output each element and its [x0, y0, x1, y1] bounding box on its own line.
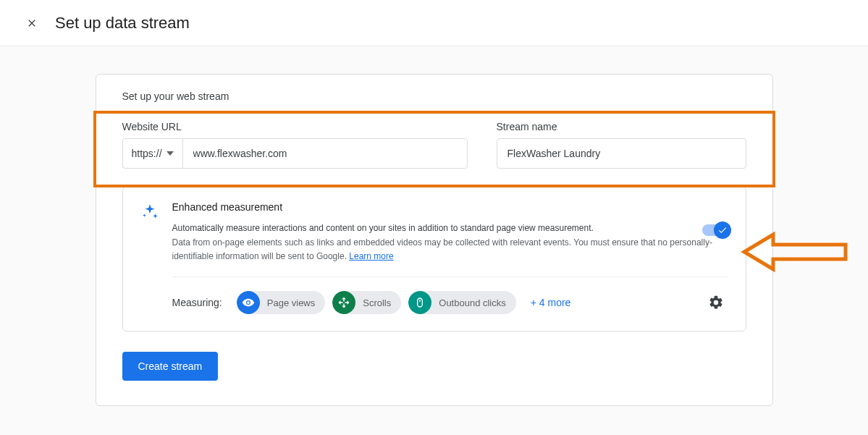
- pill-label: Outbound clicks: [431, 297, 516, 308]
- enhanced-measurement-card: Enhanced measurement Automatically measu…: [122, 186, 746, 331]
- pill-page-views: Page views: [237, 291, 325, 314]
- enhanced-body: Enhanced measurement Automatically measu…: [172, 201, 728, 315]
- scroll-icon: [332, 291, 355, 314]
- measuring-label: Measuring:: [172, 297, 222, 308]
- stream-name-input[interactable]: [497, 138, 746, 169]
- dialog-title: Set up data stream: [55, 14, 190, 33]
- card-subtitle: Set up your web stream: [96, 75, 772, 114]
- learn-more-link[interactable]: Learn more: [349, 251, 393, 261]
- stream-name-field: Stream name: [497, 121, 746, 169]
- url-input-group: https://: [122, 138, 468, 169]
- dialog-header: Set up data stream: [0, 0, 868, 46]
- divider: [172, 276, 728, 277]
- chevron-down-icon: [167, 151, 174, 156]
- enhanced-desc-text: Data from on-page elements such as links…: [172, 237, 712, 261]
- check-icon: [717, 225, 728, 235]
- gear-icon: [708, 295, 724, 311]
- url-input[interactable]: [182, 138, 468, 169]
- settings-button[interactable]: [704, 290, 728, 315]
- toggle-thumb: [714, 221, 731, 239]
- pill-outbound: Outbound clicks: [408, 291, 516, 314]
- protocol-value: https://: [132, 148, 162, 159]
- close-button[interactable]: [17, 9, 46, 38]
- pill-scrolls: Scrolls: [332, 291, 401, 314]
- more-measurements-link[interactable]: + 4 more: [531, 297, 571, 308]
- enhanced-title: Enhanced measurement: [172, 201, 728, 213]
- measuring-row: Measuring: Page views Scrolls: [172, 290, 728, 315]
- form-row: Website URL https:// Stream name: [96, 114, 772, 186]
- url-label: Website URL: [122, 121, 468, 132]
- eye-icon: [237, 291, 260, 314]
- pill-label: Scrolls: [355, 297, 401, 308]
- sparkle-icon: [140, 203, 159, 221]
- create-stream-button[interactable]: Create stream: [122, 352, 219, 381]
- stream-card: Set up your web stream Website URL https…: [96, 74, 773, 406]
- pill-label: Page views: [260, 297, 325, 308]
- main-area: Set up your web stream Website URL https…: [0, 46, 868, 435]
- enhanced-toggle[interactable]: [702, 224, 728, 236]
- name-label: Stream name: [497, 121, 746, 132]
- protocol-select[interactable]: https://: [122, 138, 182, 169]
- enhanced-subtitle: Automatically measure interactions and c…: [172, 221, 728, 235]
- website-url-field: Website URL https://: [122, 121, 468, 169]
- mouse-icon: [408, 291, 431, 314]
- enhanced-toggle-wrap: [702, 224, 728, 236]
- enhanced-description: Data from on-page elements such as links…: [172, 236, 728, 263]
- close-icon: [26, 17, 38, 29]
